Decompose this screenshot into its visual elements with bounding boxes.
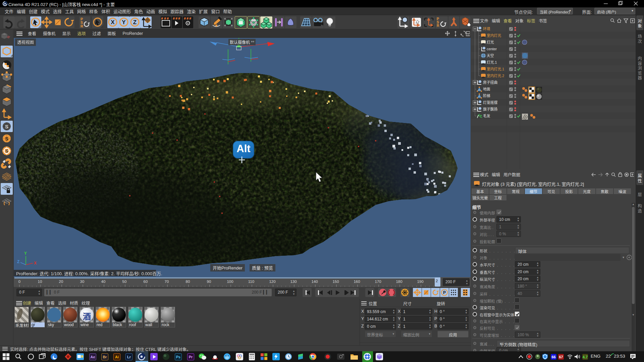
svg-text:120: 120: [269, 280, 275, 284]
svg-text:R: R: [437, 23, 439, 27]
svg-text:Y: Y: [122, 19, 126, 25]
svg-text:70: 70: [165, 280, 169, 284]
svg-text:X: X: [111, 19, 115, 25]
svg-text:90: 90: [207, 280, 211, 284]
svg-text:P: P: [443, 290, 446, 295]
svg-text:80: 80: [186, 280, 190, 284]
svg-text:R: R: [80, 24, 83, 28]
svg-text:100: 100: [227, 280, 233, 284]
svg-text:S: S: [5, 124, 8, 129]
svg-text:130: 130: [290, 280, 297, 284]
svg-text:180: 180: [396, 280, 402, 284]
svg-text:140: 140: [311, 280, 318, 284]
svg-text:Z: Z: [133, 19, 137, 25]
svg-text:0: 0: [18, 280, 20, 284]
svg-text:Y: Y: [24, 251, 27, 256]
svg-text:170: 170: [375, 280, 381, 284]
svg-text:X: X: [34, 261, 37, 265]
svg-text:110: 110: [248, 280, 254, 284]
svg-text:20: 20: [59, 280, 63, 284]
svg-text:S: S: [5, 149, 8, 154]
svg-text:40: 40: [101, 280, 106, 284]
svg-text:60: 60: [144, 280, 148, 284]
svg-text:190: 190: [417, 280, 423, 284]
svg-text:50: 50: [122, 280, 127, 284]
svg-text:150: 150: [332, 280, 339, 284]
svg-text:30: 30: [80, 280, 85, 284]
svg-text:S: S: [5, 136, 8, 141]
svg-text:160: 160: [354, 280, 360, 284]
svg-text:10: 10: [38, 280, 42, 284]
svg-text:Z: Z: [17, 259, 19, 264]
